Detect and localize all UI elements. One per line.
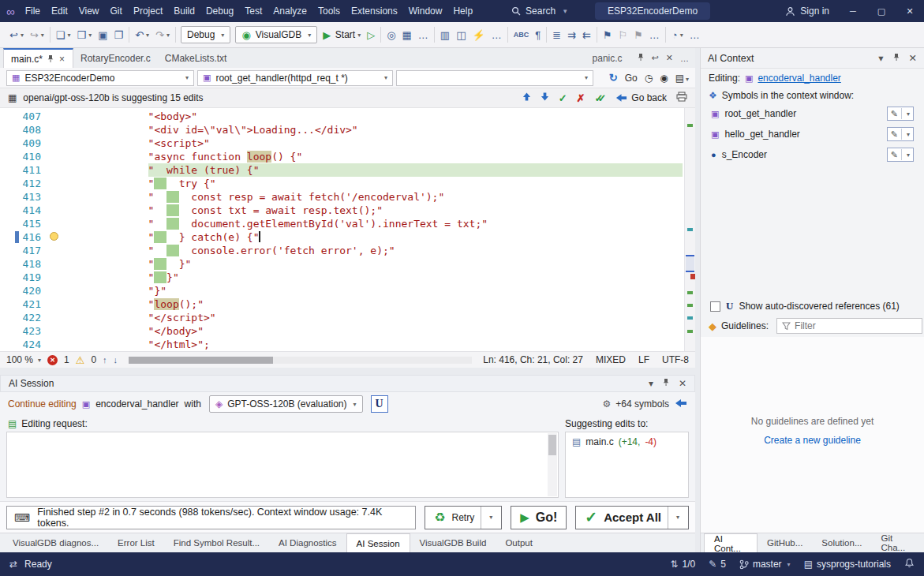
panel-tab-error-list[interactable]: Error List [108,533,164,552]
code-line[interactable]: 415 " document.getElementById('val').inn… [0,217,695,230]
edit-symbol-button[interactable]: ✎▾ [887,107,914,121]
side-tab-ai-cont[interactable]: AI Cont... [704,533,758,552]
editing-symbol[interactable]: encoderval_handler [95,398,178,410]
panel-tab-output[interactable]: Output [496,533,542,552]
branch-button[interactable]: master▾ [739,559,791,570]
go-button[interactable]: ▶ Go! [511,506,567,529]
pin-icon[interactable] [47,54,54,63]
toolbar-overflow-button[interactable]: … [415,25,432,44]
code-editor[interactable]: 407 "<body>"408 "<div id=\"val\">Loading… [0,108,695,351]
member-dropdown[interactable]: ▾ [396,70,593,86]
solution-config-dropdown[interactable]: Debug▾ [181,26,230,43]
code-line[interactable]: 408 "<div id=\"val\">Loading...</div>" [0,123,695,137]
menu-analyze[interactable]: Analyze [267,2,312,20]
code-line[interactable]: 417 " console.error('fetch error', e);" [0,244,695,257]
lightbulb-icon[interactable] [50,232,58,241]
prev-edit-button[interactable] [522,92,531,104]
panel-tab-visualgdb-diagnos[interactable]: VisualGDB diagnos... [3,533,108,552]
context-symbol-row[interactable]: ▣hello_get_handler✎▾ [701,124,924,144]
menu-edit[interactable]: Edit [46,2,73,20]
open-file-button[interactable]: ❒▾ [74,25,95,44]
tab-main-c[interactable]: main.c*× [3,48,73,68]
close-button[interactable]: ✕ [896,0,924,22]
package-button[interactable]: ◫ [453,25,469,44]
search-box[interactable]: Search ▼ [505,3,574,19]
close-document-icon[interactable]: ✕ [666,53,673,63]
maximize-button[interactable]: ▢ [867,0,896,22]
chevron-down-icon[interactable]: ▾ [878,52,883,64]
word-wrap-button[interactable]: ¶ [532,25,544,44]
start-debugging-button[interactable]: ▶ Start▾ [320,25,364,44]
code-line[interactable]: 407 "<body>" [0,110,695,123]
next-edit-button[interactable] [541,92,549,104]
error-count[interactable]: 1 [64,354,69,365]
save-all-button[interactable]: ❐ [110,25,126,44]
accept-edit-button[interactable]: ✓ [559,92,567,104]
menu-build[interactable]: Build [168,2,200,20]
menu-debug[interactable]: Debug [200,2,239,20]
panel-tab-ai-diagnostics[interactable]: AI Diagnostics [269,533,346,552]
indent-button[interactable]: ⇉ [564,25,579,44]
code-line[interactable]: 414 " const txt = await resp.text();" [0,204,695,217]
print-icon[interactable] [676,92,687,104]
editing-request-input[interactable] [7,432,558,497]
notifications-bell-icon[interactable] [904,558,915,570]
guidelines-filter-input[interactable] [795,320,917,331]
menu-test[interactable]: Test [239,2,267,20]
restore-tab-icon[interactable]: ↩ [652,53,659,63]
code-line[interactable]: 410 "async function loop() {" [0,150,695,163]
navigate-back-button[interactable]: ↩▾ [6,25,27,44]
chevron-down-icon[interactable]: ▾ [676,514,679,521]
history-icon[interactable]: ◷ [645,73,653,84]
auto-references-checkbox[interactable] [710,301,720,312]
chevron-down-icon[interactable]: ▾ [907,131,910,138]
navigate-forward-button[interactable]: ↪▾ [27,25,47,44]
edit-symbol-button[interactable]: ✎▾ [887,148,914,162]
compare-button[interactable]: ◔▾ [668,25,686,44]
tab-cmakelists-txt[interactable]: CMakeLists.txt [158,48,234,68]
outdent-button[interactable]: ⇇ [579,25,594,44]
tab-options-icon[interactable]: … [680,54,689,63]
save-button[interactable]: ▣ [95,25,110,44]
line-tools-button[interactable]: ≣ [549,25,564,44]
code-line[interactable]: 418 " }" [0,257,695,271]
pin-icon[interactable] [662,378,670,389]
menu-project[interactable]: Project [128,2,168,20]
window-layout-button[interactable]: ▦ [399,25,415,44]
reference-card-icon[interactable]: ▤▾ [675,73,689,84]
go-button[interactable]: Go [625,73,638,84]
watch-icon[interactable]: ◉ [660,73,668,84]
context-symbol-row[interactable]: ▣root_get_handler✎▾ [701,103,924,124]
scrollbar-thumb[interactable] [129,357,273,364]
toolbar-overflow-button[interactable]: … [686,25,703,44]
sync-commits-button[interactable]: ⇅1/0 [670,559,695,570]
start-without-debugging-button[interactable]: ▷ [364,25,378,44]
guidelines-filter-box[interactable] [776,318,922,334]
next-bookmark-button[interactable]: ⚑ [630,25,646,44]
code-line[interactable]: 409 "<script>" [0,137,695,150]
caret-position[interactable]: Ln: 416, Ch: 21, Col: 27 [483,354,583,365]
accept-all-edits-button[interactable]: ✓✓ [595,92,607,104]
new-file-button[interactable]: ❏▾ [53,25,74,44]
symbol-dropdown[interactable]: ▣ root_get_handler(httpd_req_t *) ▾ [197,70,393,86]
prev-bookmark-button[interactable]: ⚐ [615,25,631,44]
code-line[interactable]: 412 " try {" [0,177,695,190]
panel-tab-find-symbol-result[interactable]: Find Symbol Result... [164,533,269,552]
close-panel-icon[interactable]: ✕ [679,378,686,389]
symbols-count-group[interactable]: ⚙ +64 symbols [603,398,669,410]
tab-panic-c[interactable]: panic.c [585,48,630,68]
chevron-down-icon[interactable]: ▾ [649,378,653,389]
repository-button[interactable]: ▤sysprogs-tutorials [804,559,891,570]
code-line[interactable]: 416 " } catch(e) {" [0,230,695,244]
auto-references-label[interactable]: Show auto-discovered references (61) [739,301,899,312]
tab-rotaryencoder-c[interactable]: RotaryEncoder.c [73,48,158,68]
flash-program-button[interactable]: ⚡ [469,25,488,44]
toggle-bookmark-button[interactable]: ⚑ [600,25,615,44]
code-line[interactable]: 422 "</script>" [0,311,695,324]
next-issue-icon[interactable]: ↓ [114,355,118,365]
side-tab-github[interactable]: GitHub... [758,533,812,552]
columns-button[interactable]: ▥ [437,25,453,44]
code-line[interactable]: 413 " const resp = await fetch('/encoder… [0,190,695,204]
code-line[interactable]: 421 "loop();" [0,297,695,311]
code-line[interactable]: 423 "</body>" [0,324,695,338]
